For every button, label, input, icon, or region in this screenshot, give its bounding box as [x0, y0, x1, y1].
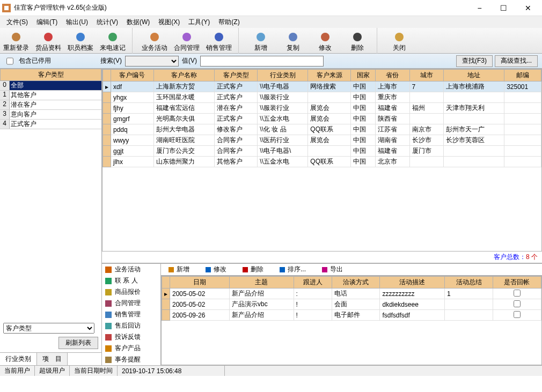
toolbar-button[interactable]: 关闭 — [383, 28, 415, 54]
total-bar: 客户总数：8 个 — [102, 252, 542, 263]
table-row[interactable]: ▸xdf上海新东方贸正式客户\\电子电器网络搜索中国上海市7上海市桃浦路3250… — [103, 82, 541, 92]
svg-rect-14 — [105, 278, 112, 284]
toolbar-icon — [211, 31, 226, 43]
search-value-input[interactable] — [200, 56, 324, 66]
toolbar-button[interactable]: 货品资料 — [32, 28, 64, 54]
menubar: 文件(S)编辑(T)输出(U)统计(V)数据(W)视图(X)工具(Y)帮助(Z) — [0, 16, 542, 28]
detail-nav-item[interactable]: 客户产品 — [102, 343, 160, 354]
type-row[interactable]: 3意向客户 — [0, 110, 101, 120]
tool-icon — [204, 266, 212, 273]
detail-nav-item[interactable]: 商品报价 — [102, 286, 160, 298]
detail-nav-item[interactable]: 合同管理 — [102, 298, 160, 309]
table-row[interactable]: pddq彭州大华电器修改客户\\化 妆 品QQ联系中国江苏省南京市彭州市天一广 — [103, 124, 541, 135]
nav-icon — [104, 265, 113, 274]
detail-nav-item[interactable]: 业务活动 — [102, 264, 160, 275]
type-row[interactable]: 2潜在客户 — [0, 100, 101, 110]
status-user-label: 当前用户 — [0, 366, 35, 376]
customer-grid[interactable]: 客户编号客户名称客户类型行业类别客户来源国家省份城市地址邮编▸xdf上海新东方贸… — [102, 69, 542, 252]
table-row[interactable]: wwyy湖南旺旺医院合同客户\\医药行业展览会中国湖南省长沙市长沙市芙蓉区 — [103, 135, 541, 146]
maximize-button[interactable]: ☐ — [492, 1, 516, 16]
svg-point-5 — [150, 33, 159, 41]
tab-project[interactable]: 项 目 — [37, 353, 68, 365]
row-checkbox[interactable] — [514, 300, 521, 307]
tool-icon — [279, 266, 286, 273]
table-row[interactable]: ▸2005-05-02新产品介绍:电话zzzzzzzzzz1 — [162, 289, 541, 299]
toolbar-button[interactable]: 业务活动 — [138, 28, 171, 54]
menu-item[interactable]: 文件(S) — [2, 17, 32, 28]
value-label: 值(V) — [182, 56, 197, 65]
menu-item[interactable]: 输出(U) — [62, 17, 92, 28]
svg-point-11 — [353, 33, 362, 41]
status-user: 超级用户 — [35, 366, 70, 376]
nav-icon — [104, 333, 113, 342]
toolbar-icon — [350, 31, 365, 43]
row-checkbox[interactable] — [514, 311, 521, 318]
toolbar-button[interactable]: 职员档案 — [64, 28, 97, 54]
toolbar-button[interactable]: 销售管理 — [203, 28, 235, 54]
left-combo[interactable]: 客户类型 — [3, 323, 94, 334]
detail-tool-button[interactable]: 删除 — [237, 265, 268, 274]
table-row[interactable]: yhgx玉环国星水暖正式客户\\服装行业中国重庆市 — [103, 92, 541, 103]
type-row[interactable]: 0全部 — [0, 81, 101, 91]
search-field-select[interactable] — [125, 56, 179, 66]
find-button[interactable]: 查找(F3) — [456, 55, 493, 67]
table-row[interactable]: 2005-05-02产品演示vbc!会面dkdiekdseee — [162, 299, 541, 310]
include-disabled-label: 包含已停用 — [19, 56, 51, 65]
table-row[interactable]: gmgrf光明高尔夫俱正式客户\\五金水电展览会中国陕西省 — [103, 114, 541, 124]
row-checkbox[interactable] — [514, 290, 521, 297]
svg-point-2 — [44, 33, 53, 41]
left-tabs: 行业类别 项 目 — [0, 352, 101, 365]
close-button[interactable]: ✕ — [516, 1, 540, 16]
activity-grid[interactable]: 日期主题跟进人洽谈方式活动描述活动总结是否回帐▸2005-05-02新产品介绍:… — [161, 276, 542, 365]
menu-item[interactable]: 帮助(Z) — [214, 17, 244, 28]
toolbar-button[interactable]: 来电速记 — [97, 28, 129, 54]
svg-rect-17 — [105, 312, 112, 318]
toolbar-button[interactable]: 删除 — [341, 28, 373, 54]
menu-item[interactable]: 统计(V) — [92, 17, 122, 28]
detail-nav-item[interactable]: 投诉反馈 — [102, 331, 160, 343]
include-disabled-checkbox[interactable] — [6, 56, 13, 66]
status-date: 2019-10-17 15:06:48 — [118, 366, 225, 376]
type-row[interactable]: 4正式客户 — [0, 120, 101, 129]
status-date-label: 当前日期时间 — [70, 366, 118, 376]
menu-item[interactable]: 编辑(T) — [32, 17, 62, 28]
nav-icon — [104, 299, 113, 308]
tab-industry[interactable]: 行业类别 — [0, 353, 37, 365]
detail-tool-button[interactable]: 修改 — [200, 265, 231, 274]
svg-rect-15 — [105, 289, 112, 295]
toolbar-button[interactable]: 重新登录 — [0, 28, 32, 54]
toolbar-button[interactable]: 修改 — [309, 28, 341, 54]
detail-nav-item[interactable]: 事务提醒 — [102, 354, 160, 365]
menu-item[interactable]: 视图(X) — [154, 17, 184, 28]
svg-rect-13 — [105, 267, 112, 273]
table-row[interactable]: fjhy福建省宏远信潜在客户\\服装行业展览会中国福建省福州天津市翔天利 — [103, 103, 541, 114]
detail-tool-button[interactable]: 排序... — [274, 265, 310, 274]
tool-icon — [321, 266, 328, 273]
refresh-list-button[interactable]: 刷新列表 — [58, 337, 98, 349]
toolbar-button[interactable]: 合同管理 — [171, 28, 203, 54]
toolbar-button[interactable]: 新增 — [245, 28, 277, 54]
menu-item[interactable]: 数据(W) — [122, 17, 154, 28]
svg-point-10 — [321, 33, 329, 41]
table-row[interactable]: ggjt厦门市公共交合同客户\\电子电器\中国福建省厦门市 — [103, 146, 541, 157]
detail-toolbar: 新增修改删除排序...导出 — [161, 264, 542, 276]
detail-tool-button[interactable]: 导出 — [317, 265, 347, 274]
toolbar-icon — [105, 31, 120, 43]
toolbar-button[interactable]: 复制 — [277, 28, 309, 54]
detail-nav-item[interactable]: 销售管理 — [102, 309, 160, 320]
detail-tool-button[interactable]: 新增 — [163, 265, 194, 274]
minimize-button[interactable]: − — [467, 1, 492, 16]
detail-nav-item[interactable]: 联 系 人 — [102, 275, 160, 286]
tool-icon — [241, 266, 249, 273]
table-row[interactable]: jlhx山东德州聚力其他客户\\五金水电QQ联系中国北京市 — [103, 157, 541, 167]
toolbar-icon — [179, 31, 194, 43]
table-row[interactable]: 2005-09-26新产品介绍!电子邮件fsdfsdfsdf — [162, 310, 541, 321]
total-label: 客户总数： — [494, 253, 526, 261]
advanced-find-button[interactable]: 高级查找... — [495, 55, 538, 67]
detail-nav-item[interactable]: 售后回访 — [102, 320, 160, 331]
menu-item[interactable]: 工具(Y) — [184, 17, 214, 28]
nav-icon — [104, 344, 113, 353]
tool-icon — [167, 266, 175, 273]
svg-rect-20 — [105, 345, 112, 352]
type-row[interactable]: 1其他客户 — [0, 91, 101, 100]
